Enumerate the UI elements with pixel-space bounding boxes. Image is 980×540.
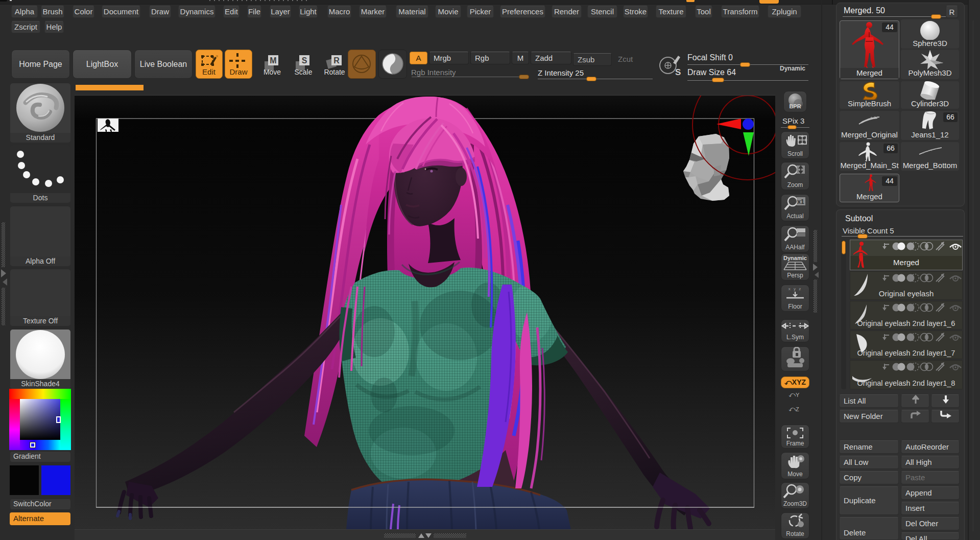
svg-text:Scale: Scale <box>294 68 312 76</box>
svg-text:Edit: Edit <box>202 67 216 76</box>
svg-text:Rotate: Rotate <box>324 68 345 76</box>
svg-text:M: M <box>270 56 276 65</box>
svg-text:R: R <box>333 56 340 65</box>
svg-text:Draw: Draw <box>229 67 247 76</box>
svg-text:Move: Move <box>264 68 281 76</box>
svg-text:S: S <box>675 67 681 77</box>
svg-text:S: S <box>302 56 307 65</box>
svg-text:x1: x1 <box>797 198 804 205</box>
svg-text:BPR: BPR <box>789 103 801 109</box>
